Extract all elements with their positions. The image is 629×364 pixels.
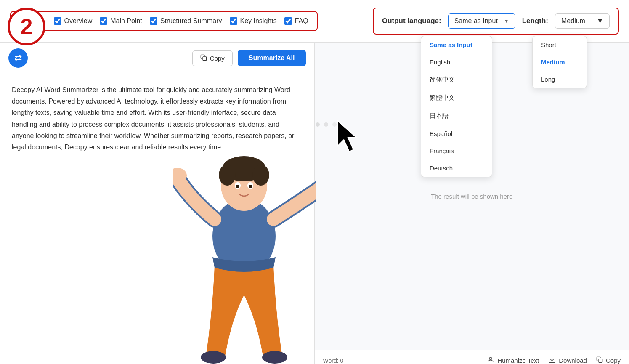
svg-rect-0 <box>203 57 207 61</box>
lang-option-spanish[interactable]: Español <box>421 125 492 142</box>
bottom-bar: Word: 0 Humanize Text <box>315 350 629 364</box>
svg-point-1 <box>489 357 492 360</box>
humanize-icon <box>487 356 494 364</box>
lang-option-english[interactable]: English <box>421 53 492 71</box>
language-dropdown: Same as Input English 简体中文 繁體中文 日本語 Espa… <box>421 36 492 177</box>
svg-point-4 <box>316 122 320 127</box>
mode-overview[interactable]: Overview <box>54 17 93 25</box>
mode-faq[interactable]: FAQ <box>284 17 308 25</box>
lang-option-traditional-chinese[interactable]: 繁體中文 <box>421 89 492 107</box>
left-copy-button[interactable]: Copy <box>192 50 233 66</box>
step-badge: 2 <box>8 8 45 45</box>
humanize-text-button[interactable]: Humanize Text <box>487 356 539 364</box>
input-text[interactable]: Decopy AI Word Summarizer is the ultimat… <box>12 84 303 153</box>
swap-button[interactable]: ⇄ <box>8 48 28 68</box>
chevron-down-icon-length: ▼ <box>597 17 603 25</box>
lang-option-japanese[interactable]: 日本語 <box>421 107 492 125</box>
length-option-short[interactable]: Short <box>533 36 587 53</box>
length-option-medium[interactable]: Medium <box>533 53 587 71</box>
chevron-down-icon: ▼ <box>504 18 509 24</box>
download-icon <box>548 356 556 364</box>
svg-point-5 <box>324 122 328 127</box>
length-label: Length: <box>522 17 548 25</box>
download-button[interactable]: Download <box>548 356 587 364</box>
lang-option-french[interactable]: Français <box>421 142 492 159</box>
copy-icon <box>200 54 207 62</box>
lang-option-simplified-chinese[interactable]: 简体中文 <box>421 71 492 89</box>
output-section: Output language: Same as Input ▼ Length:… <box>373 8 619 35</box>
mode-key-insights[interactable]: Key Insights <box>230 17 277 25</box>
length-dropdown: Short Medium Long <box>532 36 587 88</box>
lang-option-same-as-input[interactable]: Same as Input <box>421 36 492 53</box>
length-dropdown-button[interactable]: Medium ▼ <box>555 13 610 29</box>
modes-section: Modes: Overview Main Point Structured Su… <box>10 11 318 31</box>
lang-option-german[interactable]: Deutsch <box>421 159 492 177</box>
left-panel-content: Decopy AI Word Summarizer is the ultimat… <box>0 74 314 364</box>
loading-indicator <box>313 116 339 135</box>
copy-icon-right <box>596 356 603 364</box>
result-placeholder: The result will be shown here <box>431 193 512 200</box>
right-copy-button[interactable]: Copy <box>596 356 621 364</box>
mode-main-point[interactable]: Main Point <box>100 17 142 25</box>
mode-structured-summary[interactable]: Structured Summary <box>150 17 222 25</box>
main-content: ⇄ Copy Summarize All Decopy A <box>0 43 629 364</box>
left-panel: ⇄ Copy Summarize All Decopy A <box>0 43 315 364</box>
length-option-long[interactable]: Long <box>533 71 587 88</box>
swap-icon: ⇄ <box>14 53 22 64</box>
svg-rect-3 <box>599 359 602 363</box>
output-language-label: Output language: <box>382 17 441 25</box>
svg-point-6 <box>332 122 337 127</box>
summarize-all-button[interactable]: Summarize All <box>238 50 306 66</box>
word-count: Word: 0 <box>323 357 344 364</box>
left-panel-toolbar: ⇄ Copy Summarize All <box>0 43 314 74</box>
language-dropdown-button[interactable]: Same as Input ▼ <box>448 13 515 29</box>
